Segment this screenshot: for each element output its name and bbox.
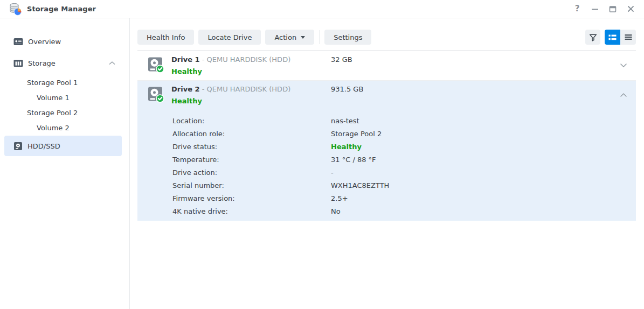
- detail-row: Allocation role: Storage Pool 2: [172, 127, 636, 140]
- detail-label: Location:: [172, 117, 331, 125]
- drive-info: Drive 2 - QEMU HARDDISK (HDD) Healthy: [171, 81, 331, 110]
- help-button[interactable]: ?: [571, 3, 583, 15]
- view-toggle-group: [605, 30, 636, 45]
- drive-list: Drive 1 - QEMU HARDDISK (HDD) Healthy 32…: [137, 51, 636, 221]
- detail-row: Drive action: -: [172, 166, 636, 179]
- sidebar-item-label: Storage: [28, 59, 56, 67]
- filter-button[interactable]: [585, 30, 600, 45]
- sidebar: Overview Storage Storage Pool 1 Volume 1: [0, 18, 130, 309]
- hdd-drive-icon: [147, 56, 164, 73]
- drive-row-2[interactable]: Drive 2 - QEMU HARDDISK (HDD) Healthy 93…: [137, 81, 636, 110]
- drive-details: Location: nas-test Allocation role: Stor…: [137, 110, 636, 217]
- detail-label: Drive action:: [172, 168, 331, 177]
- detail-value: Storage Pool 2: [331, 130, 382, 138]
- maximize-icon: [609, 5, 617, 13]
- close-icon: [627, 5, 634, 12]
- sidebar-item-label: Overview: [28, 38, 61, 46]
- window-controls: ?: [565, 3, 636, 15]
- settings-button[interactable]: Settings: [324, 30, 371, 45]
- drive-size: 32 GB: [331, 51, 352, 80]
- drive-status: Healthy: [171, 67, 331, 76]
- sidebar-item-volume-1[interactable]: Volume 1: [4, 90, 122, 105]
- sidebar-item-storage-pool-1[interactable]: Storage Pool 1: [4, 75, 122, 90]
- overview-icon: [13, 38, 23, 46]
- detail-row: Location: nas-test: [172, 114, 636, 127]
- maximize-button[interactable]: [607, 3, 619, 15]
- health-info-button[interactable]: Health Info: [137, 30, 194, 45]
- chevron-down-icon[interactable]: [620, 51, 627, 80]
- titlebar: Storage Manager ?: [0, 0, 644, 18]
- detail-label: Drive status:: [172, 143, 331, 151]
- drive-model: - QEMU HARDDISK (HDD): [202, 55, 291, 64]
- compact-view-button[interactable]: [620, 30, 636, 45]
- drive-name: Drive 2: [171, 85, 200, 93]
- drive-name: Drive 1: [171, 55, 200, 64]
- detail-list-icon: [608, 34, 617, 41]
- chevron-up-icon[interactable]: [109, 61, 115, 65]
- drive-panel-2: Drive 2 - QEMU HARDDISK (HDD) Healthy 93…: [137, 81, 636, 221]
- detail-value: WXH1AC8EZTTH: [331, 181, 389, 189]
- drive-status: Healthy: [171, 97, 331, 106]
- caret-down-icon: [301, 36, 305, 39]
- storage-manager-app-icon: [8, 2, 22, 16]
- hamburger-list-icon: [625, 34, 632, 40]
- toolbar-right: [585, 30, 636, 45]
- sidebar-item-hdd-ssd[interactable]: HDD/SSD: [4, 136, 122, 156]
- detail-value: 2.5+: [331, 194, 348, 202]
- detail-row: Temperature: 31 °C / 88 °F: [172, 153, 636, 166]
- detail-value: No: [331, 207, 341, 215]
- drive-info: Drive 1 - QEMU HARDDISK (HDD) Healthy: [171, 51, 331, 80]
- storage-icon: [13, 59, 23, 67]
- detail-label: Temperature:: [172, 156, 331, 164]
- toolbar-divider: [320, 30, 320, 44]
- hdd-ssd-icon: [13, 142, 23, 151]
- sidebar-item-storage[interactable]: Storage: [4, 55, 122, 71]
- detail-row: Firmware version: 2.5+: [172, 192, 636, 205]
- main-content: Health Info Locate Drive Action Settings: [130, 18, 644, 309]
- sidebar-item-label: HDD/SSD: [27, 142, 60, 150]
- toolbar-separator: [137, 50, 636, 51]
- detail-view-button[interactable]: [605, 30, 620, 45]
- minimize-icon: [591, 5, 599, 13]
- detail-label: 4K native drive:: [172, 207, 331, 215]
- detail-value: nas-test: [331, 117, 359, 125]
- detail-value-status: Healthy: [331, 143, 362, 151]
- app-title: Storage Manager: [27, 5, 96, 13]
- help-icon: ?: [575, 5, 580, 13]
- detail-label: Serial number:: [172, 181, 331, 189]
- sidebar-item-storage-pool-2[interactable]: Storage Pool 2: [4, 106, 122, 120]
- hdd-drive-icon: [147, 86, 164, 103]
- toolbar: Health Info Locate Drive Action Settings: [137, 30, 636, 45]
- minimize-button[interactable]: [589, 3, 601, 15]
- detail-value: 31 °C / 88 °F: [331, 156, 376, 164]
- drive-size: 931.5 GB: [331, 81, 363, 110]
- detail-label: Allocation role:: [172, 130, 331, 138]
- locate-drive-button[interactable]: Locate Drive: [198, 30, 261, 45]
- detail-row: 4K native drive: No: [172, 205, 636, 217]
- sidebar-item-overview[interactable]: Overview: [4, 34, 122, 49]
- close-button[interactable]: [625, 3, 636, 15]
- chevron-up-icon[interactable]: [620, 81, 627, 110]
- detail-value: -: [331, 168, 334, 177]
- filter-icon: [588, 33, 598, 42]
- detail-row: Serial number: WXH1AC8EZTTH: [172, 179, 636, 192]
- drive-row-1[interactable]: Drive 1 - QEMU HARDDISK (HDD) Healthy 32…: [137, 51, 636, 81]
- detail-label: Firmware version:: [172, 194, 331, 202]
- storage-manager-window: Storage Manager ?: [0, 0, 644, 309]
- drive-model: - QEMU HARDDISK (HDD): [202, 85, 291, 93]
- detail-row: Drive status: Healthy: [172, 140, 636, 153]
- sidebar-item-volume-2[interactable]: Volume 2: [4, 121, 122, 135]
- action-dropdown-button[interactable]: Action: [265, 30, 314, 45]
